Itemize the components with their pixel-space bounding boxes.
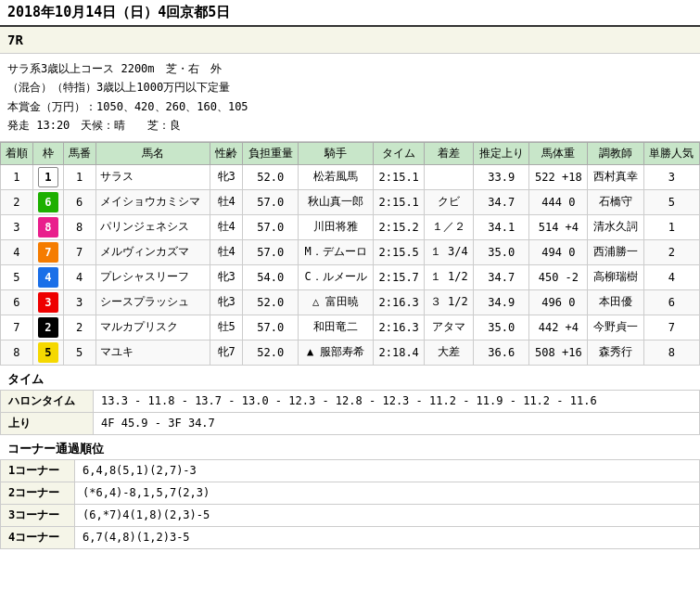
table-header-cell: 着差 (425, 142, 474, 164)
time-section-title: タイム (0, 366, 700, 390)
prize-info: 本賞金（万円）：1050、420、260、160、105 (7, 97, 693, 116)
chakusa-cell: クビ (425, 189, 474, 214)
corner-value: (*6,4)-8,1,5,7(2,3) (75, 482, 700, 504)
baname-cell: メルヴィンカズマ (95, 239, 210, 264)
agari-cell: 34.7 (474, 189, 529, 214)
time-cell: 2:16.3 (374, 315, 425, 340)
seirei-cell: 牝3 (210, 264, 243, 289)
corner-label: 4コーナー (1, 526, 75, 548)
chakujun-cell: 2 (1, 189, 33, 214)
table-body: 111サラス牝352.0松若風馬2:15.133.9522 +18西村真幸326… (1, 164, 700, 365)
agari-value: 4F 45.9 - 3F 34.7 (94, 412, 700, 434)
ninki-cell: 8 (643, 340, 699, 365)
time-cell: 2:15.1 (374, 164, 425, 189)
agari-cell: 34.7 (474, 264, 529, 289)
banum-cell: 1 (63, 164, 95, 189)
trainer-cell: 西村真幸 (588, 164, 643, 189)
table-header-cell: 枠 (32, 142, 63, 164)
trainer-cell: 本田優 (588, 289, 643, 315)
corner-row: 2コーナー(*6,4)-8,1,5,7(2,3) (1, 482, 700, 504)
weight-cell: 57.0 (243, 214, 299, 239)
course-info2: （混合）（特指）3歳以上1000万円以下定量 (7, 78, 693, 96)
baname-cell: パリンジェネシス (95, 214, 210, 239)
bataiju-cell: 514 +4 (529, 214, 588, 239)
bataiju-cell: 522 +18 (529, 164, 588, 189)
time-cell: 2:15.1 (374, 189, 425, 214)
table-header-cell: 推定上り (474, 142, 529, 164)
bataiju-cell: 450 -2 (529, 264, 588, 289)
corner-value: 6,4,8(5,1)(2,7)-3 (75, 459, 700, 482)
jockey-cell: 和田竜二 (299, 315, 374, 340)
ninki-cell: 1 (643, 214, 699, 239)
banum-cell: 8 (63, 214, 95, 239)
table-header-cell: 着順 (1, 142, 33, 164)
chakujun-cell: 4 (1, 239, 33, 264)
corner-row: 1コーナー6,4,8(5,1)(2,7)-3 (1, 459, 700, 482)
chakujun-cell: 7 (1, 315, 33, 340)
agari-cell: 34.9 (474, 289, 529, 315)
bataiju-cell: 496 0 (529, 289, 588, 315)
weight-cell: 52.0 (243, 340, 299, 365)
agari-label: 上り (1, 412, 94, 434)
corner-section-title: コーナー通過順位 (0, 435, 700, 459)
corner-label: 2コーナー (1, 482, 75, 504)
start-info: 発走 13:20 天候：晴 芝：良 (7, 116, 693, 135)
jockey-cell: ▲ 服部寿希 (299, 340, 374, 365)
time-cell: 2:16.3 (374, 289, 425, 315)
baname-cell: マルカプリスク (95, 315, 210, 340)
baname-cell: メイショウカミシマ (95, 189, 210, 214)
race-number: 7R (7, 32, 23, 47)
table-row: 722マルカプリスク牡557.0和田竜二2:16.3アタマ35.0442 +4今… (1, 315, 700, 340)
jockey-cell: 川田将雅 (299, 214, 374, 239)
halon-row: ハロンタイム 13.3 - 11.8 - 13.7 - 13.0 - 12.3 … (1, 390, 700, 412)
time-cell: 2:15.2 (374, 214, 425, 239)
corner-row: 4コーナー6,7(4,8)(1,2)3-5 (1, 526, 700, 548)
header-bar: 2018年10月14日（日）4回京都5日 (0, 0, 700, 27)
banum-cell: 3 (63, 289, 95, 315)
table-header-cell: タイム (374, 142, 425, 164)
table-header-cell: 調教師 (588, 142, 643, 164)
table-header-cell: 性齢 (210, 142, 243, 164)
ninki-cell: 5 (643, 189, 699, 214)
jockey-cell: 松若風馬 (299, 164, 374, 189)
waku-cell: 7 (32, 239, 63, 264)
corner-value: (6,*7)4(1,8)(2,3)-5 (75, 504, 700, 526)
waku-cell: 6 (32, 189, 63, 214)
corner-label: 1コーナー (1, 459, 75, 482)
time-cell: 2:18.4 (374, 340, 425, 365)
corner-row: 3コーナー(6,*7)4(1,8)(2,3)-5 (1, 504, 700, 526)
ninki-cell: 6 (643, 289, 699, 315)
halon-label: ハロンタイム (1, 390, 94, 412)
baname-cell: シースプラッシュ (95, 289, 210, 315)
banum-cell: 7 (63, 239, 95, 264)
agari-cell: 35.0 (474, 239, 529, 264)
ninki-cell: 3 (643, 164, 699, 189)
agari-cell: 33.9 (474, 164, 529, 189)
bataiju-cell: 444 0 (529, 189, 588, 214)
agari-cell: 34.1 (474, 214, 529, 239)
seirei-cell: 牡4 (210, 214, 243, 239)
table-row: 266メイショウカミシマ牡457.0秋山真一郎2:15.1クビ34.7444 0… (1, 189, 700, 214)
ninki-cell: 4 (643, 264, 699, 289)
chakujun-cell: 8 (1, 340, 33, 365)
baname-cell: サラス (95, 164, 210, 189)
chakujun-cell: 5 (1, 264, 33, 289)
chakusa-cell (425, 164, 474, 189)
waku-cell: 5 (32, 340, 63, 365)
corner-table: 1コーナー6,4,8(5,1)(2,7)-32コーナー(*6,4)-8,1,5,… (0, 459, 700, 549)
baname-cell: マユキ (95, 340, 210, 365)
ninki-cell: 2 (643, 239, 699, 264)
time-cell: 2:15.7 (374, 264, 425, 289)
chakujun-cell: 3 (1, 214, 33, 239)
header-title: 2018年10月14日（日）4回京都5日 (7, 4, 230, 20)
chakusa-cell: ３ 1/2 (425, 289, 474, 315)
weight-cell: 57.0 (243, 189, 299, 214)
trainer-cell: 今野貞一 (588, 315, 643, 340)
jockey-cell: M．デムーロ (299, 239, 374, 264)
race-num-bar: 7R (0, 27, 700, 54)
jockey-cell: △ 富田暁 (299, 289, 374, 315)
seirei-cell: 牝7 (210, 340, 243, 365)
trainer-cell: 西浦勝一 (588, 239, 643, 264)
seirei-cell: 牝3 (210, 164, 243, 189)
table-header-cell: 馬番 (63, 142, 95, 164)
